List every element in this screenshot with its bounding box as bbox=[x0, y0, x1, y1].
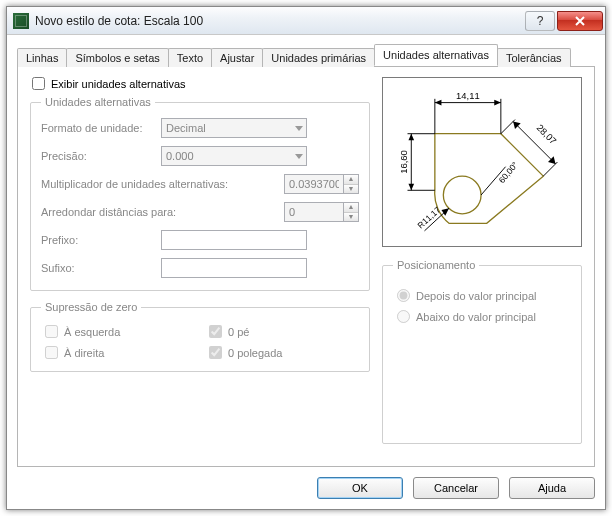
zero-suppression-group: Supressão de zero À esquerda 0 pé À d bbox=[30, 301, 370, 372]
zero-legend: Supressão de zero bbox=[41, 301, 141, 313]
svg-marker-5 bbox=[494, 100, 501, 106]
suffix-input[interactable] bbox=[161, 258, 307, 278]
tab-tolerancias[interactable]: Tolerâncias bbox=[497, 48, 571, 67]
zero-feet-row: 0 pé bbox=[209, 325, 355, 338]
cancel-button[interactable]: Cancelar bbox=[413, 477, 499, 499]
zero-inches-checkbox[interactable] bbox=[209, 346, 222, 359]
placement-below-radio[interactable] bbox=[397, 310, 410, 323]
prefix-label: Prefixo: bbox=[41, 234, 155, 246]
dim-left-text: 16,60 bbox=[398, 150, 409, 174]
alt-units-group: Unidades alternativas Formato de unidade… bbox=[30, 96, 370, 291]
round-spin[interactable] bbox=[284, 202, 344, 222]
tab-unidades-alternativas[interactable]: Unidades alternativas bbox=[374, 44, 498, 66]
placement-after-label: Depois do valor principal bbox=[416, 290, 536, 302]
zero-leading-label: À esquerda bbox=[64, 326, 120, 338]
tab-ajustar[interactable]: Ajustar bbox=[211, 48, 263, 67]
show-alt-units-label: Exibir unidades alternativas bbox=[51, 78, 186, 90]
multiplier-spin[interactable] bbox=[284, 174, 344, 194]
zero-leading-row: À esquerda bbox=[45, 325, 191, 338]
zero-trailing-row: À direita bbox=[45, 346, 191, 359]
svg-line-12 bbox=[501, 120, 515, 134]
button-bar: OK Cancelar Ajuda bbox=[17, 467, 595, 499]
zero-inches-row: 0 polegada bbox=[209, 346, 355, 359]
zero-trailing-label: À direita bbox=[64, 347, 104, 359]
window-controls: ? bbox=[523, 11, 603, 31]
dimension-preview: 14,11 16,60 28,07 bbox=[382, 77, 582, 247]
dim-top-text: 14,11 bbox=[456, 90, 480, 101]
svg-marker-9 bbox=[408, 134, 414, 141]
round-spin-buttons[interactable]: ▲▼ bbox=[344, 202, 359, 222]
dialog-window: Novo estilo de cota: Escala 100 ? Linhas… bbox=[6, 6, 606, 510]
tab-texto[interactable]: Texto bbox=[168, 48, 212, 67]
svg-line-13 bbox=[543, 162, 557, 176]
zero-leading-checkbox[interactable] bbox=[45, 325, 58, 338]
multiplier-spin-buttons[interactable]: ▲▼ bbox=[344, 174, 359, 194]
right-column: 14,11 16,60 28,07 bbox=[382, 77, 582, 454]
zero-feet-label: 0 pé bbox=[228, 326, 249, 338]
suffix-label: Sufixo: bbox=[41, 262, 155, 274]
precision-select[interactable] bbox=[161, 146, 307, 166]
show-alt-units-checkbox[interactable] bbox=[32, 77, 45, 90]
close-button[interactable] bbox=[557, 11, 603, 31]
zero-trailing-checkbox[interactable] bbox=[45, 346, 58, 359]
tabstrip: Linhas Símbolos e setas Texto Ajustar Un… bbox=[17, 43, 595, 67]
precision-label: Precisão: bbox=[41, 150, 155, 162]
svg-marker-4 bbox=[435, 100, 442, 106]
dim-diag-text: 28,07 bbox=[534, 122, 558, 146]
window-title: Novo estilo de cota: Escala 100 bbox=[35, 14, 523, 28]
placement-group: Posicionamento Depois do valor principal… bbox=[382, 259, 582, 444]
round-label: Arredondar distâncias para: bbox=[41, 206, 278, 218]
placement-below-label: Abaixo do valor principal bbox=[416, 311, 536, 323]
unit-format-label: Formato de unidade: bbox=[41, 122, 155, 134]
prefix-input[interactable] bbox=[161, 230, 307, 250]
tab-linhas[interactable]: Linhas bbox=[17, 48, 67, 67]
svg-marker-10 bbox=[408, 184, 414, 191]
preview-svg: 14,11 16,60 28,07 bbox=[383, 78, 581, 246]
placement-after-radio[interactable] bbox=[397, 289, 410, 302]
help-button-titlebar[interactable]: ? bbox=[525, 11, 555, 31]
unit-format-select[interactable] bbox=[161, 118, 307, 138]
show-alt-units-row: Exibir unidades alternativas bbox=[30, 77, 370, 90]
multiplier-label: Multiplicador de unidades alternativas: bbox=[41, 178, 278, 190]
zero-inches-label: 0 polegada bbox=[228, 347, 282, 359]
app-icon bbox=[13, 13, 29, 29]
alt-units-legend: Unidades alternativas bbox=[41, 96, 155, 108]
client-area: Linhas Símbolos e setas Texto Ajustar Un… bbox=[7, 35, 605, 509]
left-column: Exibir unidades alternativas Unidades al… bbox=[30, 77, 370, 454]
placement-legend: Posicionamento bbox=[393, 259, 479, 271]
tab-page: Exibir unidades alternativas Unidades al… bbox=[17, 67, 595, 467]
tab-simbolos[interactable]: Símbolos e setas bbox=[66, 48, 168, 67]
tab-unidades-primarias[interactable]: Unidades primárias bbox=[262, 48, 375, 67]
help-button[interactable]: Ajuda bbox=[509, 477, 595, 499]
close-icon bbox=[574, 16, 586, 26]
titlebar: Novo estilo de cota: Escala 100 ? bbox=[7, 7, 605, 35]
zero-feet-checkbox[interactable] bbox=[209, 325, 222, 338]
ok-button[interactable]: OK bbox=[317, 477, 403, 499]
